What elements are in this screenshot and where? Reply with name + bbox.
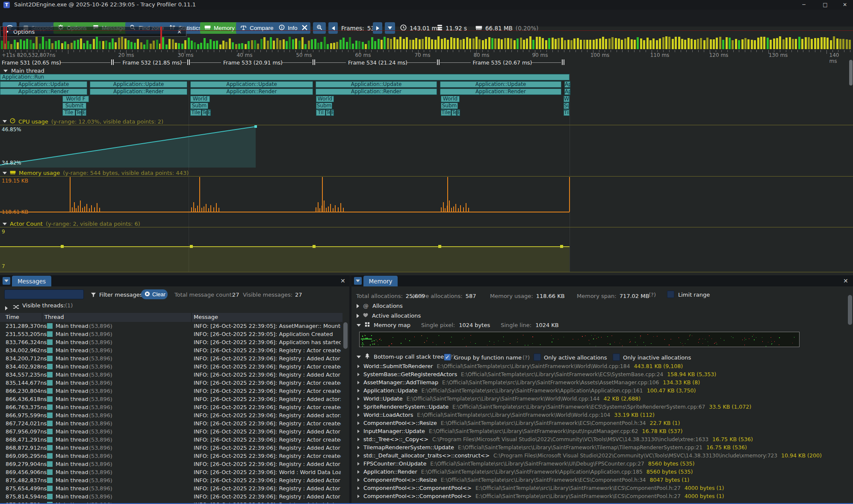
callstack-tree-row[interactable]: ComponentPool<>::ResizeE:\Official\Saint… <box>351 476 850 484</box>
message-row[interactable]: 868,471,291nsMain thread(53,896)INFO: [2… <box>0 436 342 444</box>
zone-e[interactable]: E <box>207 109 211 116</box>
zone-te[interactable]: Te <box>326 109 331 116</box>
zone-wo[interactable]: Wo <box>564 96 570 102</box>
zone-application-render[interactable]: Application::Render <box>440 88 561 95</box>
zone-application-update[interactable]: Application::Update <box>564 81 570 88</box>
zone-application-render[interactable]: Application::Render <box>0 88 87 95</box>
zone-e[interactable]: E <box>331 109 334 116</box>
expand-icon[interactable] <box>357 397 360 401</box>
expand-icon[interactable] <box>357 421 360 425</box>
callstack-tree-row[interactable]: std::_Tree<>::_Copy<>C:\Program Files\Mi… <box>351 435 850 443</box>
zone-application-update[interactable]: Application::Update <box>90 81 187 88</box>
expand-icon[interactable] <box>357 438 360 441</box>
column-thread[interactable]: Thread <box>44 314 64 320</box>
only-inactive-checkbox[interactable] <box>613 354 620 361</box>
only-active-checkbox[interactable] <box>534 354 541 361</box>
thread-header[interactable]: Main thread <box>3 68 44 74</box>
timeline-scrollbar-thumb[interactable] <box>849 60 853 85</box>
frame-label[interactable]: Frame 532 (21.85 ms) <box>123 59 182 66</box>
message-row[interactable]: 867,724,021nsMain thread(53,896)INFO: [2… <box>0 419 342 427</box>
message-row[interactable]: 834,002,962nsMain thread(53,896)INFO: [2… <box>0 346 342 354</box>
collapse-icon[interactable] <box>357 324 361 327</box>
column-time[interactable]: Time <box>6 314 19 320</box>
expand-icon[interactable] <box>357 486 360 490</box>
zone-application-update[interactable]: Application::Update <box>0 81 87 88</box>
cpu-plot-header[interactable]: CPU usage (y-range: 12.03%, visible data… <box>3 118 163 125</box>
message-row[interactable]: 866,436,618nsMain thread(53,896)INFO: [2… <box>0 395 342 403</box>
collapse-icon[interactable] <box>3 120 7 123</box>
callstack-tree-row[interactable]: Application::RenderE:\Official\SaintTemp… <box>351 468 850 476</box>
callstack-tree-row[interactable]: ComponentPool<>::ResizeE:\Official\Saint… <box>351 419 850 427</box>
message-row[interactable]: 231,289,370nsMain thread(53,896)INFO: [2… <box>0 322 342 330</box>
maximize-button[interactable]: □ <box>815 0 835 10</box>
zone-subm[interactable]: Subm <box>316 103 332 109</box>
expand-icon[interactable] <box>357 478 360 482</box>
expand-icon[interactable] <box>357 454 360 457</box>
zone-application-update[interactable]: Application::Update <box>440 81 561 88</box>
messages-table-header[interactable]: Time Thread Message <box>0 313 342 322</box>
zone-application-render[interactable]: Application::Render <box>564 88 570 95</box>
allocations-section[interactable]: @ Allocations <box>357 303 403 309</box>
frame-label[interactable]: Frame 531 (20.65 ms) <box>2 59 61 66</box>
zone-world[interactable]: World <box>190 96 210 102</box>
memory-close-icon[interactable]: ✕ <box>843 277 848 284</box>
callstack-tree-row[interactable]: ComponentPool<>::ComponentPool<>E:\Offic… <box>351 492 850 500</box>
help-icon[interactable]: (?) <box>522 354 530 361</box>
expand-icon[interactable] <box>357 470 360 474</box>
close-button[interactable]: ✕ <box>835 0 853 10</box>
expand-icon[interactable] <box>357 446 360 449</box>
help-icon[interactable]: (?) <box>649 292 656 298</box>
minimize-button[interactable]: ─ <box>794 0 814 10</box>
zone-application-update[interactable]: Application::Update <box>190 81 313 88</box>
callstack-tree-row[interactable]: AssetManager::AddTilemapE:\Official\Sain… <box>351 378 850 386</box>
message-row[interactable]: 834,200,712nsMain thread(53,896)INFO: [2… <box>0 354 342 363</box>
zone-tile[interactable]: Tile <box>190 109 201 116</box>
zone-application-run[interactable]: Application::Run <box>0 74 570 80</box>
message-row[interactable]: 875,482,837nsMain thread(53,896)INFO: [2… <box>0 476 342 484</box>
message-row[interactable]: 869,456,906nsMain thread(53,896)INFO: [2… <box>0 468 342 476</box>
message-row[interactable]: 835,144,677nsMain thread(53,896)INFO: [2… <box>0 379 342 387</box>
frame-label[interactable]: Frame 534 (21.24 ms) <box>348 59 407 66</box>
message-row[interactable]: 875,814,594nsMain thread(53,896)INFO: [2… <box>0 492 342 501</box>
callstack-tree-row[interactable]: Application::UpdateE:\Official\SaintTemp… <box>351 386 850 395</box>
zone-world-f[interactable]: World F <box>62 96 89 102</box>
zone-e[interactable]: E <box>457 109 460 116</box>
message-row[interactable]: 875,654,499nsMain thread(53,896)INFO: [2… <box>0 484 342 492</box>
memory-map-section[interactable]: Memory map Single pixel: 1024 bytes Sing… <box>357 322 559 328</box>
messages-collapse-button[interactable] <box>3 277 10 285</box>
collapse-icon[interactable] <box>3 70 8 72</box>
zone-world[interactable]: World <box>316 96 334 102</box>
active-allocations-section[interactable]: Active allocations <box>357 312 421 319</box>
zone-tile[interactable]: Tile <box>62 109 75 116</box>
callstack-tree-row[interactable]: ComponentPool<>::ComponentPool<>E:\Offic… <box>351 484 850 492</box>
expand-icon[interactable] <box>357 365 360 368</box>
memory-collapse-button[interactable] <box>354 277 362 285</box>
message-row[interactable]: 866,763,375nsMain thread(53,896)INFO: [2… <box>0 403 342 411</box>
expand-icon[interactable] <box>5 304 8 312</box>
message-row[interactable]: 866,230,804nsMain thread(53,896)INFO: [2… <box>0 387 342 395</box>
message-row[interactable]: 869,279,904nsMain thread(53,896)INFO: [2… <box>0 460 342 468</box>
callstack-tree-row[interactable]: InputManager::UpdateE:\Official\SaintTem… <box>351 427 850 435</box>
limit-range-checkbox[interactable] <box>667 291 674 298</box>
frame-label[interactable]: Frame 533 (20.91 ms) <box>223 59 283 66</box>
callstack-tree-row[interactable]: World::LoadActorsE:\Official\SaintTempla… <box>351 411 850 419</box>
zone-te[interactable]: Te <box>452 109 457 116</box>
zone-til[interactable]: Til <box>564 109 570 116</box>
zone-te[interactable]: Te <box>76 109 82 116</box>
zone-application-render[interactable]: Application::Render <box>316 88 437 95</box>
callstack-tree-row[interactable]: SystemBase::GetRegisteredActorsE:\Offici… <box>351 370 850 378</box>
callstack-tree-row[interactable]: World::UpdateE:\Official\SaintTemplate\s… <box>351 395 850 403</box>
group-by-function-checkbox[interactable]: ✓ <box>444 354 451 361</box>
messages-close-icon[interactable]: ✕ <box>340 277 345 284</box>
expand-icon[interactable] <box>357 373 360 376</box>
expand-icon[interactable] <box>357 405 360 409</box>
message-filter-input[interactable] <box>4 289 84 299</box>
frame-overview[interactable]: Options ✕ <box>0 27 853 50</box>
expand-icon[interactable] <box>357 314 359 318</box>
collapse-icon[interactable] <box>3 223 7 225</box>
callstack-tree-header[interactable]: Bottom-up call stack tree (?) <box>357 353 455 360</box>
collapse-icon[interactable] <box>3 172 7 174</box>
zone-subm[interactable]: Subm <box>441 103 458 109</box>
message-row[interactable]: 875,980,720nsMain thread(53,896)INFO: [2… <box>0 501 342 504</box>
message-row[interactable]: 834,402,928nsMain thread(53,896)INFO: [2… <box>0 363 342 371</box>
